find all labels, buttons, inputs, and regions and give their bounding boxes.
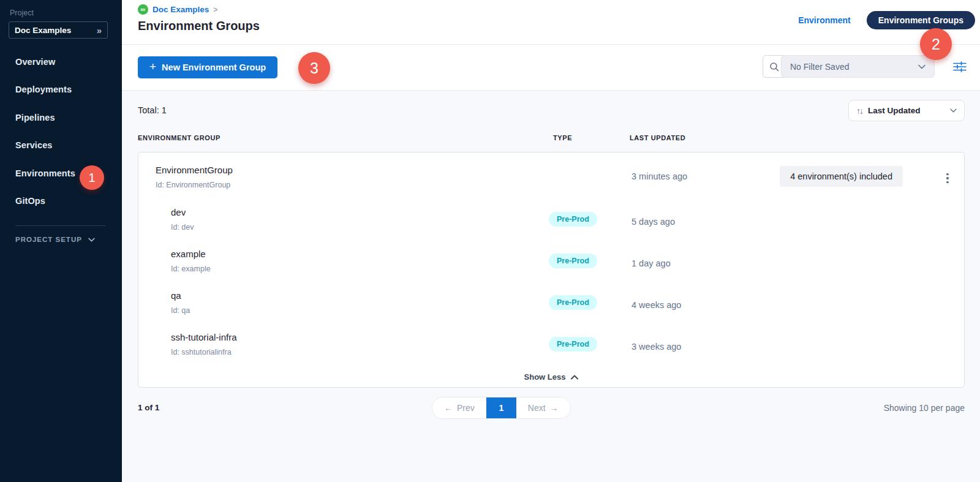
sidebar-item-label: Deployments — [15, 85, 72, 94]
environment-name-cell: example Id: example — [171, 249, 211, 273]
environment-name: dev — [171, 207, 194, 217]
environment-row-dev[interactable]: dev Id: dev Pre-Prod 5 days ago — [138, 202, 964, 244]
environment-count-badge: 4 environment(s) included — [780, 166, 903, 187]
environment-name-cell: ssh-tutorial-infra Id: sshtutorialinfra — [171, 332, 237, 356]
project-selector-value: Doc Examples — [15, 26, 71, 35]
sidebar-item-deployments[interactable]: Deployments — [0, 76, 122, 104]
view-toggle-tabs: Environment Environment Groups — [798, 11, 975, 29]
environment-name-cell: dev Id: dev — [171, 207, 194, 232]
chevron-down-icon — [88, 238, 95, 242]
sidebar-item-label: Overview — [15, 57, 55, 67]
breadcrumb-project-link[interactable]: Doc Examples — [153, 5, 209, 14]
group-id: Id: EnvironmentGroup — [156, 181, 233, 189]
annotation-badge-1: 1 — [80, 165, 104, 190]
next-page-button[interactable]: Next → — [516, 397, 570, 419]
sidebar-item-gitops[interactable]: GitOps — [0, 187, 122, 216]
sidebar-divider — [15, 225, 105, 226]
breadcrumb-separator-icon: > — [213, 6, 217, 14]
next-arrow-icon: → — [550, 403, 559, 413]
environment-name: example — [171, 249, 211, 259]
sidebar-item-services[interactable]: Services — [0, 132, 122, 160]
environment-type-cell: Pre-Prod — [549, 338, 597, 349]
breadcrumb: ∞ Doc Examples > — [138, 4, 217, 15]
sort-value: Last Updated — [868, 106, 944, 115]
toolbar: + New Environment Group No Filter Saved — [122, 45, 980, 91]
chevron-down-icon — [950, 108, 957, 113]
tab-environment[interactable]: Environment — [798, 15, 851, 25]
chevron-up-icon — [571, 375, 578, 380]
row-menu-kebab-icon[interactable] — [942, 172, 953, 184]
prev-label: Prev — [457, 403, 475, 413]
saved-filter-value: No Filter Saved — [790, 62, 849, 72]
show-less-label: Show Less — [524, 372, 566, 382]
harness-cd-icon: ∞ — [138, 4, 148, 15]
content-area: Total: 1 ↑↓ Last Updated ENVIRONMENT GRO… — [122, 91, 980, 482]
project-expand-icon[interactable]: » — [97, 26, 102, 35]
new-button-label: New Environment Group — [162, 62, 266, 72]
environment-id: Id: example — [171, 265, 211, 273]
sidebar-item-environments[interactable]: Environments — [0, 159, 122, 187]
page-info: 1 of 1 — [138, 403, 159, 412]
environment-group-card: EnvironmentGroup Id: EnvironmentGroup 3 … — [138, 152, 965, 388]
type-badge: Pre-Prod — [549, 254, 597, 268]
environment-row-example[interactable]: example Id: example Pre-Prod 1 day ago — [138, 244, 964, 285]
sidebar-item-project-setup[interactable]: PROJECT SETUP — [15, 236, 95, 243]
app-window: Project Doc Examples » Overview Deployme… — [0, 0, 980, 482]
project-setup-label: PROJECT SETUP — [15, 236, 82, 243]
environment-id: Id: qa — [171, 306, 190, 315]
per-page-label: Showing 10 per page — [884, 403, 965, 413]
pagination-bar: 1 of 1 ← Prev 1 Next → Showing 10 per pa… — [122, 397, 980, 419]
sidebar-item-label: Environments — [15, 168, 75, 178]
main-area: ∞ Doc Examples > Environment Groups Envi… — [122, 0, 980, 482]
chevron-down-icon — [918, 64, 925, 69]
environment-type-cell: Pre-Prod — [549, 296, 597, 307]
environment-last-updated: 5 days ago — [631, 217, 675, 227]
environment-name: qa — [171, 290, 190, 301]
prev-arrow-icon: ← — [444, 403, 453, 413]
environment-name: ssh-tutorial-infra — [171, 332, 237, 342]
environment-type-cell: Pre-Prod — [549, 255, 597, 266]
sidebar: Project Doc Examples » Overview Deployme… — [0, 0, 122, 482]
filter-sliders-icon[interactable] — [952, 61, 968, 73]
environment-name-cell: qa Id: qa — [171, 290, 190, 315]
annotation-badge-3: 3 — [298, 52, 330, 84]
project-selector[interactable]: Doc Examples » — [9, 21, 108, 39]
sort-arrows-icon: ↑↓ — [856, 106, 862, 116]
group-last-updated: 3 minutes ago — [631, 171, 687, 181]
type-badge: Pre-Prod — [549, 337, 597, 352]
sidebar-item-label: Services — [15, 140, 52, 150]
annotation-badge-2: 2 — [920, 28, 952, 60]
environment-row-ssh-tutorial-infra[interactable]: ssh-tutorial-infra Id: sshtutorialinfra … — [138, 327, 964, 369]
total-count-label: Total: 1 — [138, 105, 167, 115]
sort-dropdown[interactable]: ↑↓ Last Updated — [848, 100, 965, 121]
prev-page-button[interactable]: ← Prev — [432, 397, 486, 419]
environment-last-updated: 3 weeks ago — [631, 342, 681, 352]
group-name-cell: EnvironmentGroup Id: EnvironmentGroup — [156, 165, 233, 189]
environment-last-updated: 1 day ago — [631, 258, 671, 268]
sidebar-item-overview[interactable]: Overview — [0, 48, 122, 76]
plus-icon: + — [149, 60, 156, 73]
saved-filter-dropdown[interactable]: No Filter Saved — [781, 55, 935, 78]
new-environment-group-button[interactable]: + New Environment Group — [138, 56, 277, 78]
tab-environment-groups[interactable]: Environment Groups — [867, 11, 975, 29]
type-badge: Pre-Prod — [549, 295, 597, 310]
column-header-type: TYPE — [553, 134, 572, 141]
environment-id: Id: dev — [171, 223, 194, 232]
pager: ← Prev 1 Next → — [432, 397, 571, 419]
show-less-toggle[interactable]: Show Less — [138, 372, 964, 382]
environment-type-cell: Pre-Prod — [549, 213, 597, 224]
environment-last-updated: 4 weeks ago — [631, 300, 681, 310]
page-title: Environment Groups — [138, 19, 260, 33]
page-number-button[interactable]: 1 — [486, 397, 516, 419]
sidebar-item-label: GitOps — [15, 196, 45, 206]
next-label: Next — [528, 403, 546, 413]
group-name: EnvironmentGroup — [156, 165, 233, 175]
environment-row-qa[interactable]: qa Id: qa Pre-Prod 4 weeks ago — [138, 285, 964, 327]
sidebar-item-label: Pipelines — [15, 113, 55, 122]
column-header-last-updated: LAST UPDATED — [630, 134, 685, 141]
environment-group-row[interactable]: EnvironmentGroup Id: EnvironmentGroup 3 … — [138, 153, 964, 201]
search-icon — [769, 62, 779, 72]
column-header-environment-group: ENVIRONMENT GROUP — [138, 134, 221, 141]
sidebar-nav: Overview Deployments Pipelines Services … — [0, 48, 122, 215]
sidebar-item-pipelines[interactable]: Pipelines — [0, 104, 122, 132]
